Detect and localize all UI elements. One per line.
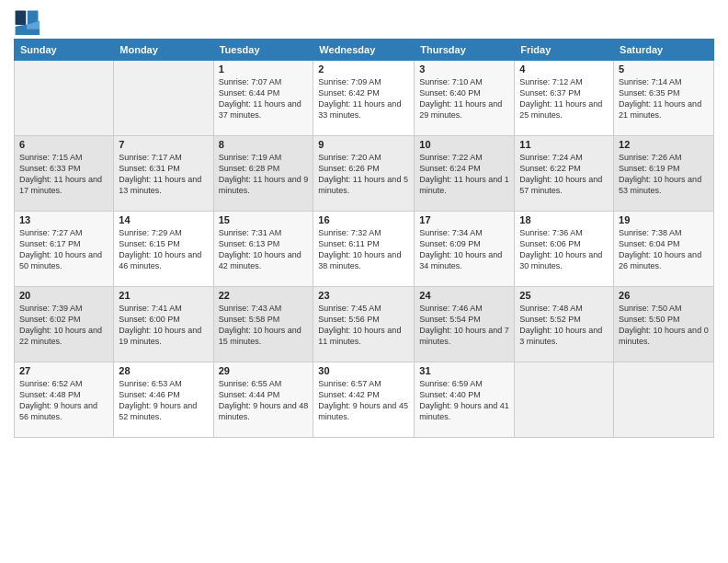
day-info: Sunrise: 7:27 AM Sunset: 6:17 PM Dayligh… [19,227,108,272]
calendar-cell: 6Sunrise: 7:15 AM Sunset: 6:33 PM Daylig… [15,136,114,212]
calendar-header-saturday: Saturday [614,40,714,61]
day-info: Sunrise: 7:36 AM Sunset: 6:06 PM Dayligh… [519,227,609,272]
day-info: Sunrise: 7:15 AM Sunset: 6:33 PM Dayligh… [19,152,108,197]
calendar-cell: 27Sunrise: 6:52 AM Sunset: 4:48 PM Dayli… [15,362,114,438]
day-number: 16 [318,214,409,225]
day-info: Sunrise: 7:07 AM Sunset: 6:44 PM Dayligh… [219,76,309,121]
day-info: Sunrise: 6:57 AM Sunset: 4:42 PM Dayligh… [318,378,409,423]
day-info: Sunrise: 7:45 AM Sunset: 5:56 PM Dayligh… [318,303,409,348]
day-number: 6 [19,139,108,150]
day-number: 22 [219,290,309,301]
day-info: Sunrise: 7:34 AM Sunset: 6:09 PM Dayligh… [419,227,509,272]
header [14,9,714,35]
calendar-cell: 30Sunrise: 6:57 AM Sunset: 4:42 PM Dayli… [313,362,415,438]
day-info: Sunrise: 7:09 AM Sunset: 6:42 PM Dayligh… [318,76,409,121]
day-info: Sunrise: 7:20 AM Sunset: 6:26 PM Dayligh… [318,152,409,197]
calendar-cell: 10Sunrise: 7:22 AM Sunset: 6:24 PM Dayli… [415,136,515,212]
day-info: Sunrise: 7:31 AM Sunset: 6:13 PM Dayligh… [219,227,309,272]
day-number: 10 [419,139,509,150]
calendar-cell: 5Sunrise: 7:14 AM Sunset: 6:35 PM Daylig… [614,61,714,136]
day-number: 18 [519,214,609,225]
day-number: 21 [119,290,208,301]
day-info: Sunrise: 7:26 AM Sunset: 6:19 PM Dayligh… [619,152,709,197]
calendar-header-wednesday: Wednesday [313,40,415,61]
day-info: Sunrise: 6:55 AM Sunset: 4:44 PM Dayligh… [219,378,309,423]
calendar-cell: 22Sunrise: 7:43 AM Sunset: 5:58 PM Dayli… [213,287,313,362]
calendar-cell [614,362,714,438]
day-info: Sunrise: 7:14 AM Sunset: 6:35 PM Dayligh… [619,76,709,121]
calendar-cell: 12Sunrise: 7:26 AM Sunset: 6:19 PM Dayli… [614,136,714,212]
calendar-cell: 3Sunrise: 7:10 AM Sunset: 6:40 PM Daylig… [415,61,515,136]
day-number: 31 [419,365,509,376]
day-number: 25 [519,290,609,301]
day-number: 2 [318,63,409,75]
calendar-header-tuesday: Tuesday [213,40,313,61]
calendar-cell: 13Sunrise: 7:27 AM Sunset: 6:17 PM Dayli… [15,212,114,287]
logo-icon [14,9,40,35]
day-info: Sunrise: 7:43 AM Sunset: 5:58 PM Dayligh… [219,303,309,348]
day-number: 27 [19,365,108,376]
day-info: Sunrise: 6:59 AM Sunset: 4:40 PM Dayligh… [419,378,509,423]
day-number: 14 [119,214,208,225]
calendar-week-row: 6Sunrise: 7:15 AM Sunset: 6:33 PM Daylig… [15,136,714,212]
day-number: 26 [619,290,709,301]
logo [14,9,43,35]
day-number: 3 [419,63,509,75]
day-info: Sunrise: 7:48 AM Sunset: 5:52 PM Dayligh… [519,303,609,348]
day-number: 13 [19,214,108,225]
calendar-cell [15,61,114,136]
day-info: Sunrise: 7:22 AM Sunset: 6:24 PM Dayligh… [419,152,509,197]
day-number: 1 [219,63,309,75]
calendar-cell: 20Sunrise: 7:39 AM Sunset: 6:02 PM Dayli… [15,287,114,362]
calendar-cell: 31Sunrise: 6:59 AM Sunset: 4:40 PM Dayli… [415,362,515,438]
day-info: Sunrise: 7:38 AM Sunset: 6:04 PM Dayligh… [619,227,709,272]
calendar-week-row: 27Sunrise: 6:52 AM Sunset: 4:48 PM Dayli… [15,362,714,438]
calendar-cell: 23Sunrise: 7:45 AM Sunset: 5:56 PM Dayli… [313,287,415,362]
calendar-cell: 28Sunrise: 6:53 AM Sunset: 4:46 PM Dayli… [114,362,213,438]
calendar-cell: 9Sunrise: 7:20 AM Sunset: 6:26 PM Daylig… [313,136,415,212]
calendar-cell [515,362,614,438]
calendar-cell: 16Sunrise: 7:32 AM Sunset: 6:11 PM Dayli… [313,212,415,287]
calendar-table: SundayMondayTuesdayWednesdayThursdayFrid… [14,39,714,438]
calendar-header-sunday: Sunday [15,40,114,61]
day-info: Sunrise: 7:32 AM Sunset: 6:11 PM Dayligh… [318,227,409,272]
day-info: Sunrise: 7:17 AM Sunset: 6:31 PM Dayligh… [119,152,208,197]
calendar-cell: 1Sunrise: 7:07 AM Sunset: 6:44 PM Daylig… [213,61,313,136]
day-number: 24 [419,290,509,301]
day-number: 4 [519,63,609,75]
day-info: Sunrise: 7:50 AM Sunset: 5:50 PM Dayligh… [619,303,709,348]
calendar-header-friday: Friday [515,40,614,61]
day-info: Sunrise: 6:53 AM Sunset: 4:46 PM Dayligh… [119,378,208,423]
day-number: 30 [318,365,409,376]
day-info: Sunrise: 7:24 AM Sunset: 6:22 PM Dayligh… [519,152,609,197]
calendar-cell: 4Sunrise: 7:12 AM Sunset: 6:37 PM Daylig… [515,61,614,136]
calendar-cell: 17Sunrise: 7:34 AM Sunset: 6:09 PM Dayli… [415,212,515,287]
svg-rect-1 [16,11,27,26]
calendar-week-row: 1Sunrise: 7:07 AM Sunset: 6:44 PM Daylig… [15,61,714,136]
calendar-cell: 25Sunrise: 7:48 AM Sunset: 5:52 PM Dayli… [515,287,614,362]
calendar-cell: 26Sunrise: 7:50 AM Sunset: 5:50 PM Dayli… [614,287,714,362]
calendar-cell: 11Sunrise: 7:24 AM Sunset: 6:22 PM Dayli… [515,136,614,212]
calendar-cell: 18Sunrise: 7:36 AM Sunset: 6:06 PM Dayli… [515,212,614,287]
day-number: 29 [219,365,309,376]
day-number: 11 [519,139,609,150]
calendar-cell: 7Sunrise: 7:17 AM Sunset: 6:31 PM Daylig… [114,136,213,212]
calendar-cell: 21Sunrise: 7:41 AM Sunset: 6:00 PM Dayli… [114,287,213,362]
calendar-week-row: 13Sunrise: 7:27 AM Sunset: 6:17 PM Dayli… [15,212,714,287]
day-number: 17 [419,214,509,225]
day-info: Sunrise: 7:29 AM Sunset: 6:15 PM Dayligh… [119,227,208,272]
day-number: 12 [619,139,709,150]
day-number: 7 [119,139,208,150]
calendar-cell: 24Sunrise: 7:46 AM Sunset: 5:54 PM Dayli… [415,287,515,362]
day-number: 20 [19,290,108,301]
day-number: 19 [619,214,709,225]
day-number: 23 [318,290,409,301]
day-info: Sunrise: 7:41 AM Sunset: 6:00 PM Dayligh… [119,303,208,348]
day-info: Sunrise: 7:46 AM Sunset: 5:54 PM Dayligh… [419,303,509,348]
calendar-cell [114,61,213,136]
day-number: 5 [619,63,709,75]
day-info: Sunrise: 6:52 AM Sunset: 4:48 PM Dayligh… [19,378,108,423]
calendar-cell: 2Sunrise: 7:09 AM Sunset: 6:42 PM Daylig… [313,61,415,136]
calendar-cell: 19Sunrise: 7:38 AM Sunset: 6:04 PM Dayli… [614,212,714,287]
day-number: 9 [318,139,409,150]
